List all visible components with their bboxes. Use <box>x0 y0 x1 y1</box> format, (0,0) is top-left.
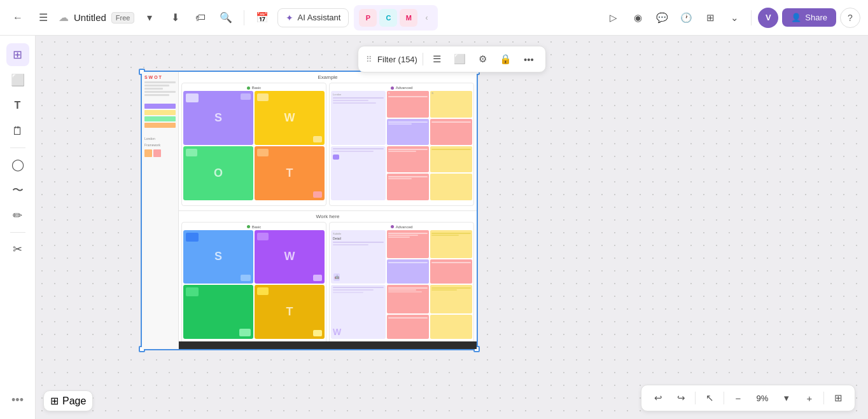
toolbar-divider-1 <box>244 10 244 25</box>
adv-right-grid-top: S W <box>387 91 472 145</box>
frame-icon: ⬜ <box>11 73 25 87</box>
sticky-ww-2 <box>313 275 322 281</box>
sidebar-frame-button[interactable]: ⬜ <box>6 69 29 92</box>
sidebar-line-button[interactable]: 〜 <box>6 179 29 202</box>
zoom-value: 9% <box>752 394 773 403</box>
thumb-line-2 <box>144 85 169 86</box>
sidebar-pen-button[interactable]: ✏ <box>6 204 29 227</box>
calendar-icon-button[interactable]: 📅 <box>252 8 272 28</box>
thumb-line-1 <box>144 81 176 83</box>
dropdown-arrow-button[interactable]: ▾ <box>139 8 160 28</box>
zoom-out-button[interactable]: − <box>729 389 747 407</box>
align-button[interactable]: ☰ <box>428 50 446 68</box>
tag-button[interactable]: 🏷 <box>190 8 211 28</box>
lock-icon: 🔒 <box>500 53 512 65</box>
shapes-icon: ◯ <box>11 158 24 172</box>
layout-button[interactable]: ⊞ <box>700 8 720 28</box>
sticky-ww-1 <box>257 233 269 240</box>
sticky-wt-1 <box>257 287 269 295</box>
present-button[interactable]: ◉ <box>627 8 648 28</box>
bottom-sep-2 <box>724 392 724 404</box>
adv-work-big-2: W <box>331 285 386 339</box>
back-icon: ← <box>13 12 23 24</box>
sidebar-more-button[interactable]: ••• <box>6 388 29 411</box>
app-icon-rose[interactable]: M <box>400 9 417 27</box>
thumbnail-panel: S W O T London Framework <box>142 72 179 349</box>
ai-assistant-label: AI Assistant <box>297 13 340 22</box>
menu-button[interactable]: ☰ <box>33 8 53 28</box>
frame-btn[interactable]: ⬜ <box>451 50 469 68</box>
cloud-icon: ☁ <box>59 11 69 24</box>
zoom-dropdown-button[interactable]: ▾ <box>778 389 795 407</box>
thumb-line-4 <box>144 91 176 93</box>
adv-work-big-1: Subtitle Detail 🤖 <box>331 230 386 284</box>
lock-btn[interactable]: 🔒 <box>497 50 515 68</box>
undo-button[interactable]: ↩ <box>649 389 667 407</box>
download-button[interactable]: ⬇ <box>165 8 185 28</box>
adv-panel-inner: London S <box>331 91 472 200</box>
text-icon: T <box>15 100 21 111</box>
sticky-ws-2 <box>241 275 251 281</box>
adv-row-1: London S <box>331 91 472 145</box>
section-work-inner: Basic S W <box>179 221 477 348</box>
app-icon-teal[interactable]: C <box>379 9 397 27</box>
link-btn[interactable]: ⚙ <box>474 50 492 68</box>
section-work-here: Work here Basic S <box>179 211 477 350</box>
cursor-icon: ↖ <box>706 392 714 404</box>
canvas[interactable]: ⠿ Filter (154) ☰ ⬜ ⚙ 🔒 ••• S W O T <box>36 36 868 419</box>
sticky-wt-2 <box>313 330 322 336</box>
adv-big-block-2 <box>331 146 386 200</box>
swot-grid-basic: S W O <box>183 91 325 200</box>
sticky-s-2 <box>241 93 251 100</box>
top-toolbar: ← ☰ ☁ Untitled Free ▾ ⬇ 🏷 🔍 📅 ✦ AI Assis… <box>0 0 868 36</box>
app-icon-pink[interactable]: P <box>359 9 377 27</box>
download-icon: ⬇ <box>171 11 179 24</box>
main-frame[interactable]: S W O T London Framework <box>141 71 478 350</box>
more-right-button[interactable]: ⌄ <box>724 8 745 28</box>
adv-big-block: London <box>331 91 386 145</box>
basic-dot <box>247 86 250 90</box>
bottom-toolbar: ↩ ↪ ↖ − 9% ▾ + ⊞ <box>641 385 855 411</box>
undo-icon: ↩ <box>654 392 662 404</box>
ai-assistant-button[interactable]: ✦ AI Assistant <box>277 8 349 27</box>
comments-button[interactable]: 💬 <box>652 8 672 28</box>
sticky-s-1 <box>186 93 199 102</box>
thumb-line-5 <box>144 94 169 96</box>
filter-label: Filter (154) <box>377 55 417 64</box>
grid-view-button[interactable]: ⊞ <box>829 389 847 407</box>
adv-row-2 <box>331 146 472 200</box>
history-button[interactable]: 🕐 <box>676 8 696 28</box>
swot-grid-work: S W <box>183 230 325 340</box>
help-button[interactable]: ? <box>840 8 860 28</box>
swot-w-cell: W <box>255 91 325 145</box>
sticky-w-1 <box>257 93 269 101</box>
toolbar-divider-2 <box>751 10 752 25</box>
sidebar-scissors-button[interactable]: ✂ <box>6 238 29 261</box>
zoom-in-button[interactable]: + <box>801 389 818 407</box>
back-button[interactable]: ← <box>8 8 28 28</box>
sidebar-pages-button[interactable]: ⊞ <box>6 43 29 66</box>
sidebar-sticky-button[interactable]: 🗒 <box>6 120 29 142</box>
cursor-button[interactable]: ↖ <box>701 389 718 407</box>
search-button[interactable]: 🔍 <box>216 8 236 28</box>
apps-chevron-button[interactable]: ‹ <box>420 8 433 28</box>
avatar-button[interactable]: V <box>758 8 778 28</box>
redo-button[interactable]: ↪ <box>672 389 690 407</box>
align-icon: ☰ <box>433 53 441 65</box>
float-more-icon: ••• <box>524 54 534 65</box>
float-more-btn[interactable]: ••• <box>520 50 538 68</box>
sidebar-shapes-button[interactable]: ◯ <box>6 153 29 176</box>
share-label: Share <box>805 13 827 22</box>
adv-work-dot <box>391 225 394 228</box>
menu-icon: ☰ <box>39 11 48 24</box>
section-example: Example Basic S <box>179 72 477 211</box>
swot-s-work: S <box>183 230 253 284</box>
play-button[interactable]: ▷ <box>603 8 624 28</box>
help-icon: ? <box>848 13 853 23</box>
panel-basic-label: Basic <box>183 85 325 91</box>
page-button[interactable]: ⊞ Page <box>43 390 93 411</box>
sidebar-text-button[interactable]: T <box>6 94 29 117</box>
link-icon: ⚙ <box>479 53 487 65</box>
line-icon: 〜 <box>12 182 24 198</box>
share-button[interactable]: 👤 Share <box>782 8 836 27</box>
